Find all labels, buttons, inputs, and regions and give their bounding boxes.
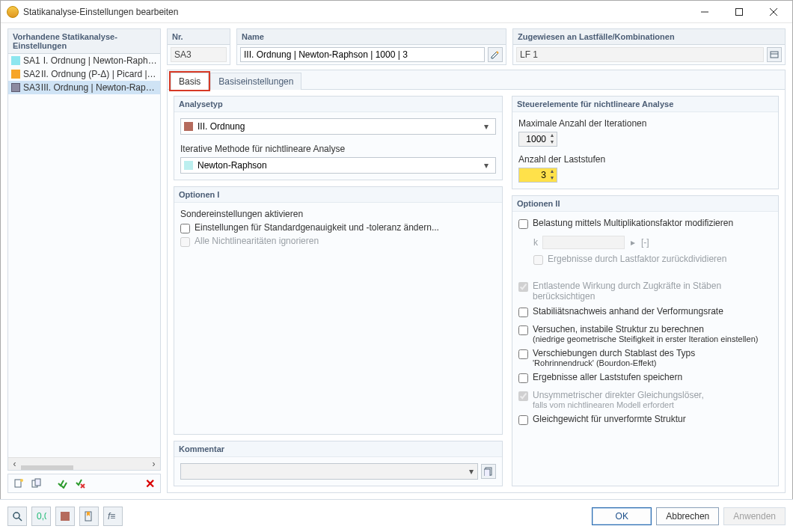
checkbox-label: Alle Nichtlinearitäten ignorieren xyxy=(195,236,319,246)
nr-value: SA3 xyxy=(171,47,227,62)
comment-combo[interactable]: ▾ xyxy=(180,463,478,480)
svg-rect-8 xyxy=(484,469,490,476)
swatch-icon xyxy=(11,56,20,65)
checkbox-standard-accuracy[interactable]: Einstellungen für Standardgenauigkeit un… xyxy=(180,222,496,236)
checkbox-modify-factor[interactable]: Belastung mittels Multiplikationsfaktor … xyxy=(518,218,772,231)
analysis-order-combo[interactable]: III. Ordnung ▾ xyxy=(180,118,496,135)
assigned-header: Zugewiesen an Lastfälle/Kombinationen xyxy=(513,29,785,45)
analysis-type-header: Analysetyp xyxy=(174,97,502,112)
name-input[interactable] xyxy=(240,47,485,62)
checkbox-relief-tension: Entlastende Wirkung durch Zugkräfte in S… xyxy=(518,281,772,302)
edit-name-button[interactable] xyxy=(488,47,503,62)
apply-button: Anwenden xyxy=(723,507,786,525)
max-iter-label: Maximale Anzahl der Iterationen xyxy=(518,118,772,129)
list-item[interactable]: SA3 III. Ordnung | Newton-Raphson | 1 xyxy=(8,81,160,94)
checkbox-stability[interactable]: Stabiliätsnachweis anhand der Verformung… xyxy=(518,306,772,319)
list-item[interactable]: SA1 I. Ordnung | Newton-Raphson xyxy=(8,54,160,67)
scroll-right-button[interactable]: › xyxy=(147,458,160,471)
checkbox-label: Verschiebungen durch Stablast des Typs '… xyxy=(533,348,695,367)
checkbox-bourdon[interactable]: Verschiebungen durch Stablast des Typs '… xyxy=(518,348,772,367)
controls-header: Steuerelemente für nichtlineare Analyse xyxy=(512,97,778,112)
chevron-down-icon: ▾ xyxy=(465,466,477,477)
k-input xyxy=(542,236,625,249)
svg-text:0,00: 0,00 xyxy=(37,511,46,522)
list-id: SA3 xyxy=(23,82,41,93)
svg-rect-5 xyxy=(771,52,778,58)
list-text: III. Ordnung | Newton-Raphson | 1 xyxy=(41,82,157,93)
options1-header: Optionen I xyxy=(174,187,502,203)
checkbox-label: Belastung mittels Multiplikationsfaktor … xyxy=(533,218,733,228)
list-text: II. Ordnung (P-Δ) | Picard | 100 | 1 xyxy=(41,69,157,79)
list-text: I. Ordnung | Newton-Raphson xyxy=(43,55,157,66)
color-button[interactable] xyxy=(55,507,75,526)
function-button[interactable]: f≡ xyxy=(103,507,123,526)
analysis-method-combo[interactable]: Newton-Raphson ▾ xyxy=(180,157,496,174)
scroll-left-button[interactable]: ‹ xyxy=(8,458,21,471)
list-id: SA1 xyxy=(23,55,43,66)
list-id: SA2 xyxy=(23,69,41,79)
svg-rect-1 xyxy=(15,480,21,487)
chevron-down-icon: ▾ xyxy=(480,160,492,171)
list-item[interactable]: SA2 II. Ordnung (P-Δ) | Picard | 100 | 1 xyxy=(8,67,160,81)
name-header: Name xyxy=(237,29,506,45)
bookmark-button[interactable] xyxy=(79,507,99,526)
swatch-icon xyxy=(11,70,20,79)
cancel-button[interactable]: Abbrechen xyxy=(656,507,719,525)
delete-button[interactable]: ✕ xyxy=(142,476,157,491)
method-label: Iterative Methode für nichtlineare Analy… xyxy=(180,144,496,154)
combo-value: III. Ordnung xyxy=(198,121,480,132)
svg-rect-4 xyxy=(35,479,40,486)
decimal-button[interactable]: 0,00 xyxy=(31,507,51,526)
checkbox-undeformed[interactable]: Gleichgewicht für unverformte Struktur xyxy=(518,414,772,427)
left-list-header: Vorhandene Statikanalyse-Einstellungen xyxy=(8,29,160,54)
checkbox-save-steps[interactable]: Ergebnisse aller Laststufen speichern xyxy=(518,372,772,385)
options1-activate-label: Sondereinstellungen aktivieren xyxy=(180,209,496,219)
swatch-icon xyxy=(184,122,193,131)
copy-button[interactable] xyxy=(29,476,44,491)
svg-rect-12 xyxy=(61,512,70,521)
svg-point-2 xyxy=(20,479,23,482)
max-iterations-stepper[interactable]: ▲▼ xyxy=(518,132,557,147)
checkbox-ignore-nonlin: Alle Nichtlinearitäten ignorieren xyxy=(180,236,496,249)
new-button[interactable] xyxy=(11,476,26,491)
k-label: k xyxy=(533,237,538,248)
checkbox-label: Ergebnisse aller Laststufen speichern xyxy=(533,372,682,382)
checkbox-label: Ergebnisse durch Lastfaktor zurückdividi… xyxy=(548,254,726,264)
stepper-input[interactable] xyxy=(519,134,548,144)
stepper-input[interactable] xyxy=(519,170,548,180)
checkbox-label: Gleichgewicht für unverformte Struktur xyxy=(533,414,686,424)
check-cross-button[interactable] xyxy=(73,476,88,491)
chevron-right-icon: ▸ xyxy=(629,237,637,248)
swatch-icon xyxy=(184,161,193,170)
svg-point-9 xyxy=(13,513,19,519)
options2-header: Optionen II xyxy=(512,196,778,212)
checkbox-asymmetric-solver: Unsymmetrischer direkter Gleichungslöser… xyxy=(518,390,772,409)
close-button[interactable] xyxy=(756,1,791,23)
checkbox-divide-by-factor: Ergebnisse durch Lastfaktor zurückdividi… xyxy=(533,254,772,267)
assigned-details-button[interactable] xyxy=(767,47,782,62)
svg-line-10 xyxy=(19,518,22,521)
window-title: Statikanalyse-Einstellungen bearbeiten xyxy=(23,7,688,17)
find-button[interactable] xyxy=(7,507,27,526)
assigned-value: LF 1 xyxy=(516,47,764,62)
ok-button[interactable]: OK xyxy=(592,507,652,525)
horizontal-scrollbar[interactable]: ‹ › xyxy=(8,457,160,470)
swatch-icon xyxy=(11,83,20,92)
load-steps-stepper[interactable]: ▲▼ xyxy=(518,168,557,183)
checkbox-label: Stabiliätsnachweis anhand der Verformung… xyxy=(533,306,723,317)
check-green-button[interactable] xyxy=(55,476,70,491)
app-icon xyxy=(7,6,19,18)
comment-edit-button[interactable] xyxy=(481,464,496,479)
checkbox-label: Unsymmetrischer direkter Gleichungslöser… xyxy=(533,390,704,409)
nr-header: Nr. xyxy=(168,29,230,45)
comment-header: Kommentar xyxy=(174,441,502,457)
k-unit: [-] xyxy=(641,237,649,248)
combo-value: Newton-Raphson xyxy=(198,160,480,171)
chevron-down-icon: ▾ xyxy=(480,121,492,132)
minimize-button[interactable] xyxy=(688,1,722,23)
tab-basis[interactable]: Basis xyxy=(171,73,209,90)
maximize-button[interactable] xyxy=(722,1,756,23)
svg-text:f≡: f≡ xyxy=(108,511,115,522)
checkbox-try-unstable[interactable]: Versuchen, instabile Struktur zu berechn… xyxy=(518,324,772,343)
tab-basis-settings[interactable]: Basiseinstellungen xyxy=(210,73,301,90)
